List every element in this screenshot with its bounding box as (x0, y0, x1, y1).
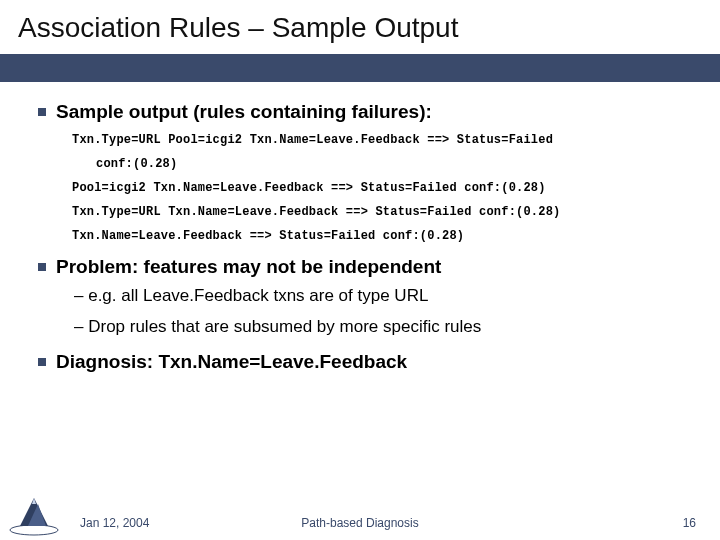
bullet-icon (38, 108, 46, 116)
footer-title: Path-based Diagnosis (0, 516, 720, 530)
rule-1-line1: Txn.Type=URL Pool=icgi2 Txn.Name=Leave.F… (72, 131, 696, 149)
bullet-icon (38, 263, 46, 271)
bullet-sample-heading: Sample output (rules containing failures… (56, 100, 432, 125)
slide-title: Association Rules – Sample Output (18, 12, 702, 44)
sub-bullet-1: e.g. all Leave.Feedback txns are of type… (74, 283, 696, 309)
sub-bullet-2: Drop rules that are subsumed by more spe… (74, 314, 696, 340)
rule-2: Pool=icgi2 Txn.Name=Leave.Feedback ==> S… (72, 179, 696, 197)
bullet-icon (38, 358, 46, 366)
rule-3: Txn.Type=URL Txn.Name=Leave.Feedback ==>… (72, 203, 696, 221)
slide-footer: Jan 12, 2004 Path-based Diagnosis 16 (0, 516, 720, 530)
rule-1-line2: conf:(0.28) (72, 155, 696, 173)
bullet-problem-heading: Problem: features may not be independent (56, 255, 441, 280)
bullet-diagnosis-heading: Diagnosis: Txn.Name=Leave.Feedback (56, 350, 407, 375)
rule-4: Txn.Name=Leave.Feedback ==> Status=Faile… (72, 227, 696, 245)
rules-block: Txn.Type=URL Pool=icgi2 Txn.Name=Leave.F… (72, 131, 696, 245)
title-separator-bar (0, 54, 720, 82)
slide-body: Sample output (rules containing failures… (0, 82, 720, 375)
